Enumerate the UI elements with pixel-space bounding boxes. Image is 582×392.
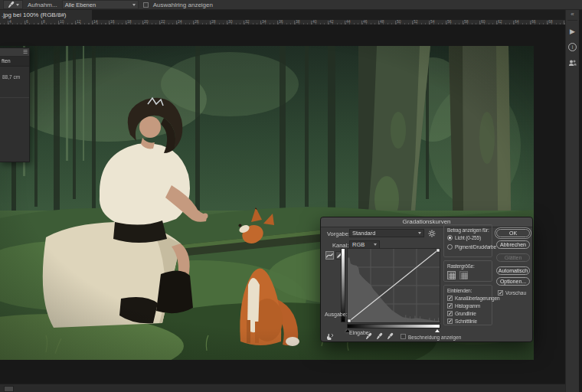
clipping-label: Beschneidung anzeigen (408, 335, 461, 340)
ruler-number: 16 (110, 20, 115, 24)
targeted-adjustment-icon[interactable] (325, 332, 334, 342)
show-checkbox-row[interactable]: ✓Histogramm (447, 303, 492, 309)
curves-dialog: Gradationskurven Vorgabe: Standard Kanal… (320, 217, 533, 342)
show-checkbox-row[interactable]: ✓Grundlinie (447, 311, 492, 316)
clipping-checkbox[interactable]: ✓ (401, 334, 406, 339)
ruler-number: 28 (211, 20, 216, 24)
panel-menu-icon[interactable]: ☰ (23, 50, 28, 54)
ok-button[interactable]: OK (496, 229, 530, 237)
document-tab[interactable]: .jpg bei 100% (RGB/8#) (0, 10, 92, 20)
auto-button[interactable]: Automatisch (496, 266, 530, 275)
dialog-title-bar[interactable]: Gradationskurven (321, 217, 532, 227)
ruler-number: 14 (93, 20, 98, 24)
ruler-number: 12 (77, 20, 81, 24)
smooth-button[interactable]: Glätten (496, 253, 530, 262)
show-checkbox-label: Kanalüberlagerungen (455, 296, 499, 301)
grid-size-group: Rastergröße: (443, 260, 492, 282)
radio-light[interactable]: Licht (0-255) (447, 235, 492, 240)
chevron-down-icon (418, 232, 421, 234)
gray-point-eyedropper-icon[interactable] (376, 332, 383, 342)
ruler-number: 56 (447, 20, 452, 24)
radio-light-label: Licht (0-255) (455, 235, 481, 240)
checkbox-icon: ✓ (447, 318, 453, 324)
panel-tab[interactable]: ften (0, 57, 29, 67)
grid-size-label: Rastergröße: (447, 263, 475, 269)
ruler-number: 4 (9, 20, 11, 24)
simple-grid-icon[interactable] (447, 271, 456, 279)
info-icon[interactable]: i (567, 42, 577, 52)
preview-checkbox[interactable]: ✓ (498, 290, 503, 296)
ruler-number: 44 (346, 20, 351, 24)
eyedropper-icon (8, 1, 15, 9)
radio-icon (447, 244, 453, 250)
preset-dropdown[interactable]: Standard (349, 229, 424, 237)
ruler-number: 38 (296, 20, 300, 24)
horizontal-scrollbar[interactable] (0, 384, 565, 392)
sample-layers-value: Alle Ebenen (65, 2, 96, 8)
people-icon[interactable] (567, 58, 577, 68)
curves-graph[interactable] (347, 248, 440, 323)
show-label: Einblenden: (447, 288, 472, 293)
show-group: Einblenden: ✓Kanalüberlagerungen✓Histogr… (443, 285, 492, 325)
ruler-number: 22 (161, 20, 165, 24)
radio-pigment-label: Pigment/Druckfarbe % (455, 244, 502, 250)
play-icon[interactable]: ▶ (567, 26, 577, 36)
scrollbar-thumb[interactable] (4, 386, 14, 392)
sample-label: Aufnahm... (28, 2, 57, 8)
ruler-number: 46 (363, 20, 368, 24)
options-button[interactable]: Optionen... (496, 277, 530, 286)
ruler-number: 40 (312, 20, 317, 24)
collapse-panels-icon[interactable]: « (571, 11, 574, 18)
output-label: Ausgabe: (325, 312, 348, 317)
show-checkbox-row[interactable]: ✓Schnittlinie (447, 318, 492, 324)
highlight-input-slider[interactable] (435, 329, 440, 332)
left-floating-panel: ☰ ften 88,7 cm (0, 47, 30, 162)
checkbox-icon: ✓ (447, 303, 453, 309)
amount-label: Betrag anzeigen für: (447, 227, 489, 233)
radio-icon (447, 235, 453, 240)
chevron-down-icon (374, 243, 377, 246)
ruler-number: 42 (329, 20, 334, 24)
ruler-number: 64 (515, 20, 519, 24)
channel-value: RGB (352, 241, 365, 248)
ruler-number: 26 (195, 20, 199, 24)
ruler-number: 60 (481, 20, 486, 24)
sampling-ring-checkbox[interactable]: ✓ (143, 2, 149, 8)
curve-point-highlight[interactable] (436, 249, 440, 252)
preset-options-icon[interactable] (428, 230, 436, 239)
chevron-down-icon (16, 4, 19, 6)
panel-divider (0, 97, 29, 98)
ruler-number: 30 (228, 20, 233, 24)
ruler-number: 62 (498, 20, 502, 24)
photoshop-window: Aufnahm... Alle Ebenen ✓ Auswahlring anz… (0, 0, 582, 392)
ruler-number: 18 (127, 20, 132, 24)
ruler-number: 68 (548, 20, 553, 24)
preview-label: Vorschau (505, 290, 526, 296)
input-gradient-bar (347, 324, 440, 328)
ruler-number: 48 (380, 20, 384, 24)
cancel-button[interactable]: Abbrechen (496, 240, 530, 249)
show-checkbox-row[interactable]: ✓Kanalüberlagerungen (447, 296, 492, 301)
panel-header[interactable]: ☰ (0, 48, 29, 57)
curve-point-shadow[interactable] (348, 319, 351, 322)
dock-divider (567, 20, 577, 21)
ruler-number: 52 (414, 20, 418, 24)
sample-layers-dropdown[interactable]: Alle Ebenen (62, 0, 139, 9)
curve-point-tool-icon[interactable] (325, 251, 334, 260)
radio-pigment[interactable]: Pigment/Druckfarbe % (447, 244, 492, 250)
show-checkbox-label: Schnittlinie (455, 318, 477, 324)
detailed-grid-icon[interactable] (459, 271, 468, 279)
ruler-number: 34 (262, 20, 266, 24)
show-checkbox-label: Histogramm (455, 303, 480, 309)
ruler-number: 36 (279, 20, 283, 24)
show-checkbox-label: Grundlinie (455, 311, 476, 316)
white-point-eyedropper-icon[interactable] (387, 332, 394, 342)
ruler-number: 58 (464, 20, 469, 24)
ruler-number: 32 (245, 20, 250, 24)
checkbox-icon: ✓ (447, 296, 453, 301)
black-point-eyedropper-icon[interactable] (365, 332, 372, 342)
ruler-number: 10 (60, 20, 64, 24)
horizontal-ruler[interactable]: 4681012141618202224262830323436384042444… (0, 20, 565, 25)
tool-preset-dropdown[interactable] (3, 0, 23, 9)
sampling-ring-label: Auswahlring anzeigen (153, 2, 213, 8)
